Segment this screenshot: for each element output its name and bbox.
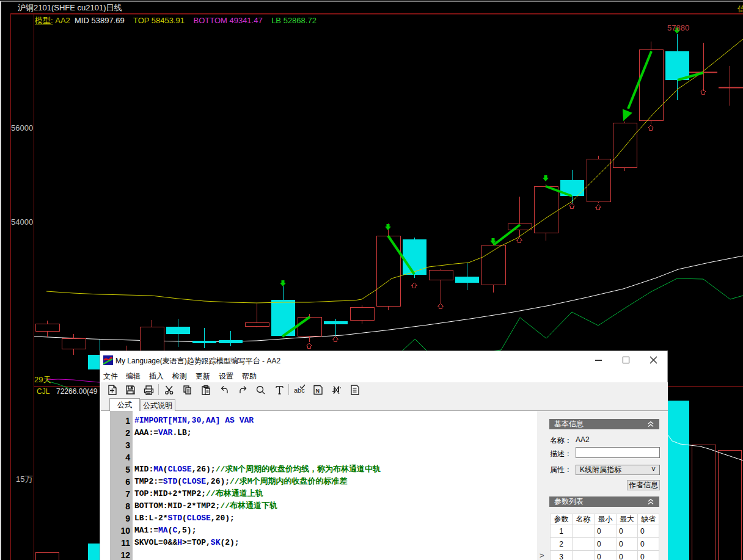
svg-text:N: N <box>316 388 320 394</box>
svg-text:abc: abc <box>294 387 305 394</box>
